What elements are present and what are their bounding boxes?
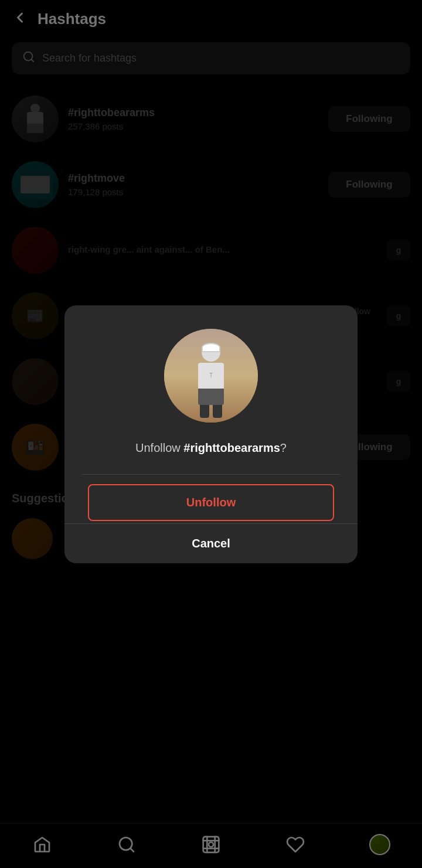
modal-avatar: T [164, 329, 258, 423]
modal-content: T Unfollow #righttobeararms? [64, 305, 358, 475]
unfollow-modal: T Unfollow #righttobeararms? [64, 305, 358, 563]
modal-text: Unfollow #righttobeararms? [135, 439, 287, 457]
hashtag-highlight: #righttobeararms [183, 441, 280, 454]
modal-overlay: T Unfollow #righttobeararms? [0, 0, 422, 868]
unfollow-button[interactable]: Unfollow [88, 484, 334, 521]
unfollow-wrapper: Unfollow [64, 475, 358, 521]
cancel-button[interactable]: Cancel [64, 524, 358, 563]
modal-actions: Unfollow Cancel [64, 475, 358, 563]
